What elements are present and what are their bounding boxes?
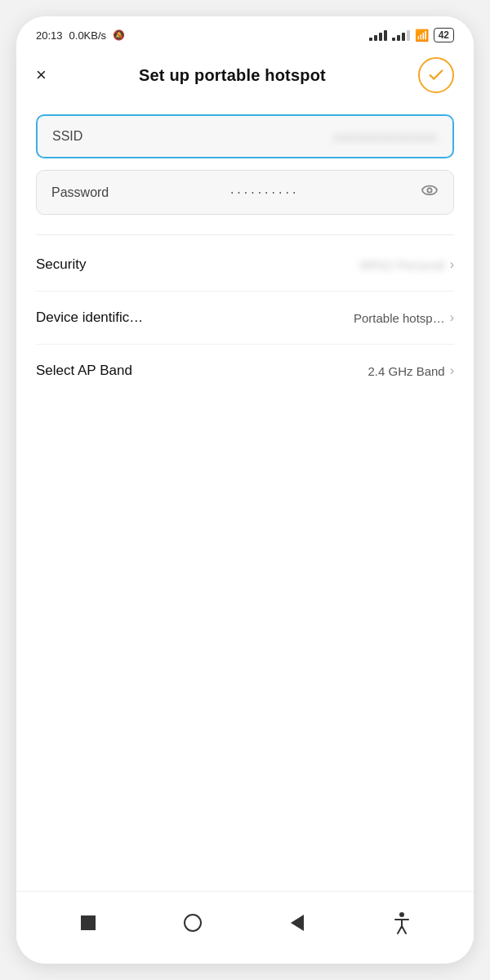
phone-frame: 20:13 0.0KB/s 🔕 📶 42 (16, 16, 474, 964)
status-left: 20:13 0.0KB/s 🔕 (36, 29, 125, 42)
svg-point-2 (399, 912, 404, 917)
security-chevron-icon: › (450, 257, 454, 272)
circle-icon (184, 914, 202, 932)
device-identification-value-container: Portable hotsp… › (354, 310, 454, 325)
ap-band-value-container: 2.4 GHz Band › (368, 363, 454, 378)
svg-point-0 (422, 186, 437, 195)
security-label: Security (36, 256, 86, 273)
close-button[interactable]: × (36, 66, 47, 84)
status-bar: 20:13 0.0KB/s 🔕 📶 42 (16, 16, 474, 49)
bar1 (392, 38, 395, 41)
nav-home-button[interactable] (175, 905, 211, 941)
square-icon (81, 915, 96, 930)
password-dots: ·········· (109, 185, 421, 200)
svg-line-5 (398, 926, 402, 933)
ap-band-row[interactable]: Select AP Band 2.4 GHz Band › (36, 345, 454, 397)
eye-icon[interactable] (421, 184, 439, 201)
bar1 (369, 38, 372, 41)
status-right: 📶 42 (369, 28, 454, 42)
bar3 (379, 33, 382, 41)
device-identification-chevron-icon: › (450, 310, 454, 325)
nav-square-button[interactable] (70, 905, 106, 941)
device-identification-value: Portable hotsp… (354, 311, 445, 325)
ap-band-label: Select AP Band (36, 363, 132, 379)
svg-point-1 (427, 188, 431, 192)
page-title: Set up portable hotspot (139, 66, 326, 85)
toolbar: × Set up portable hotspot (16, 49, 474, 108)
bar2 (397, 35, 400, 41)
divider-top (36, 234, 454, 235)
check-icon (427, 66, 445, 84)
bar3 (402, 33, 405, 41)
wifi-icon: 📶 (415, 29, 429, 42)
confirm-button[interactable] (418, 57, 454, 93)
battery-badge: 42 (434, 28, 454, 42)
ap-band-chevron-icon: › (450, 363, 454, 378)
signal-bars-2 (392, 30, 410, 41)
content-area: SSID xxxxxxxxxxxxxxx Password ··········… (16, 108, 474, 891)
alert-icon: 🔕 (113, 29, 125, 41)
device-identification-row[interactable]: Device identific… Portable hotsp… › (36, 292, 454, 345)
bar4 (384, 30, 387, 41)
accessibility-icon (392, 911, 412, 934)
nav-accessibility-button[interactable] (384, 905, 420, 941)
ap-band-value: 2.4 GHz Band (368, 364, 444, 378)
ssid-label: SSID (52, 129, 82, 144)
ssid-value: xxxxxxxxxxxxxxx (334, 130, 439, 144)
password-label: Password (51, 185, 109, 200)
bottom-nav (16, 891, 474, 964)
network-speed-label: 0.0KB/s (69, 29, 107, 42)
security-row[interactable]: Security WPA2 Personal › (36, 238, 454, 292)
password-field[interactable]: Password ·········· (36, 170, 454, 215)
nav-back-button[interactable] (279, 905, 315, 941)
ssid-field[interactable]: SSID xxxxxxxxxxxxxxx (36, 114, 454, 158)
security-value: WPA2 Personal (359, 258, 445, 272)
bar4 (407, 30, 410, 41)
bar2 (374, 35, 377, 41)
time-label: 20:13 (36, 29, 63, 42)
back-icon (291, 915, 304, 931)
device-identification-label: Device identific… (36, 310, 143, 326)
security-value-container: WPA2 Personal › (359, 257, 454, 272)
svg-line-6 (402, 926, 406, 933)
signal-bars-1 (369, 30, 387, 41)
